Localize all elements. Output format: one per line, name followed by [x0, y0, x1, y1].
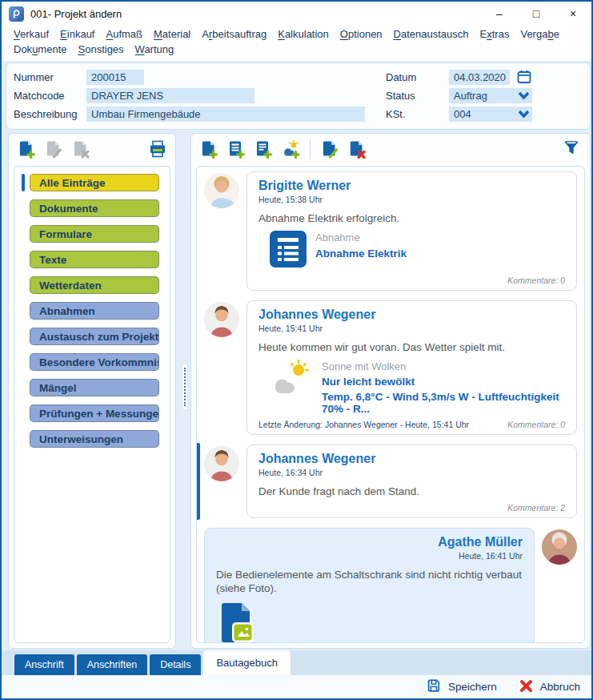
category-panel: Alle EinträgeDokumenteFormulareTexteWett… [8, 133, 176, 649]
sidebar-category-unterweisungen[interactable]: Unterweisungen [30, 430, 159, 448]
photo-attachment[interactable]: Schaltschrank [218, 601, 273, 643]
datum-field[interactable]: 04.03.2020 [449, 70, 510, 85]
menu-arbeitsauftrag[interactable]: Arbeitsauftrag [196, 26, 272, 42]
avatar [204, 446, 239, 481]
status-label: Status [386, 88, 415, 103]
tab-anschrift[interactable]: Anschrift [14, 654, 74, 675]
close-button[interactable]: × [555, 2, 591, 26]
tab-bautagebuch[interactable]: Bautagebuch [203, 650, 290, 675]
sidebar-category-alle-einträge[interactable]: Alle Einträge [30, 174, 159, 191]
tab-details[interactable]: Details [150, 654, 201, 675]
diary-entry-own[interactable]: Agathe Müller Heute, 16:41 Uhr Die Bedie… [204, 528, 577, 643]
app-logo-icon [9, 6, 24, 22]
chevron-down-icon[interactable] [518, 90, 530, 103]
edit-document-icon[interactable] [44, 139, 63, 159]
minimize-button[interactable]: – [481, 2, 518, 26]
menu-datenaustausch[interactable]: Datenaustausch [388, 26, 475, 42]
sun-cloud-icon [270, 360, 313, 401]
entry-author: Brigitte Werner [258, 179, 565, 193]
entry-text: Abnahme Elektrik erfolgreich. [258, 211, 565, 225]
add-weather-icon[interactable] [281, 139, 300, 159]
save-button[interactable]: Speichern [427, 678, 497, 695]
sidebar-category-texte[interactable]: Texte [30, 251, 159, 268]
toolbar-separator [310, 139, 311, 159]
beschreibung-label: Beschreibung [14, 107, 78, 122]
kst-select[interactable]: 004 [449, 107, 532, 122]
menu-wartung[interactable]: Wartung [130, 42, 180, 57]
comments-count[interactable]: Kommentare: 0 [507, 276, 565, 285]
category-list: Alle EinträgeDokumenteFormulareTexteWett… [14, 167, 170, 448]
add-entry-icon[interactable] [199, 139, 218, 159]
menu-material[interactable]: Material [148, 26, 196, 42]
add-text-icon[interactable] [254, 139, 273, 159]
matchcode-label: Matchcode [14, 88, 65, 103]
sidebar-category-mängel[interactable]: Mängel [30, 379, 159, 396]
weather-details[interactable]: Temp. 6,8°C - Wind 5,3m/s W - Luftfeucht… [322, 391, 565, 415]
entry-text: Die Bedienelemente am Schaltschrank sind… [216, 568, 523, 595]
menu-vergabe[interactable]: Vergabe [515, 26, 564, 42]
menu-dokumente[interactable]: Dokumente [8, 42, 73, 57]
entry-time: Heute, 16:41 Uhr [216, 551, 523, 561]
calendar-icon[interactable] [516, 69, 532, 85]
sidebar-category-abnahmen[interactable]: Abnahmen [30, 302, 159, 320]
attachment-title[interactable]: Abnahme Elektrik [315, 247, 407, 259]
selection-bar [196, 443, 200, 520]
form-attachment[interactable]: Abnahme Abnahme Elektrik [270, 231, 565, 271]
add-form-icon[interactable] [226, 139, 246, 159]
weather-attachment[interactable]: Sonne mit Wolken Nur leicht bewölkt Temp… [270, 360, 565, 415]
cancel-x-icon [519, 679, 533, 695]
menu-extras[interactable]: Extras [475, 26, 515, 42]
bottom-tabbar: Anschrift Anschriften Details Bautagebuc… [2, 650, 591, 675]
matchcode-field[interactable]: DRAYER JENS [86, 88, 254, 103]
attachment-type: Abnahme [315, 231, 407, 243]
diary-entry[interactable]: Brigitte Werner Heute, 15:38 Uhr Abnahme… [204, 171, 577, 291]
maximize-button[interactable]: □ [518, 2, 555, 26]
sidebar-category-dokumente[interactable]: Dokumente [30, 199, 159, 217]
chevron-down-icon[interactable] [518, 108, 530, 122]
menu-kalkulation[interactable]: Kalkulation [272, 26, 335, 42]
project-header-panel: Nummer 200015 Matchcode DRAYER JENS Besc… [6, 62, 591, 130]
panel-splitter[interactable] [182, 364, 188, 410]
entry-card[interactable]: Agathe Müller Heute, 16:41 Uhr Die Bedie… [204, 528, 535, 643]
cancel-button[interactable]: Abbruch [519, 679, 580, 695]
entry-text: Der Kunde fragt nach dem Stand. [258, 485, 565, 498]
entry-card[interactable]: Johannes Wegener Heute, 16:34 Uhr Der Ku… [246, 445, 577, 518]
window-title: 001- Projekt ändern [30, 8, 122, 20]
entry-time: Heute, 15:41 Uhr [258, 324, 565, 333]
titlebar: 001- Projekt ändern – □ × [2, 2, 591, 26]
filter-icon[interactable] [563, 139, 582, 159]
beschreibung-field[interactable]: Umbau Firmengebäude [86, 107, 365, 122]
diary-entry[interactable]: Johannes Wegener Heute, 15:41 Uhr Heute … [204, 300, 577, 435]
add-document-icon[interactable] [17, 139, 36, 159]
print-icon[interactable] [148, 139, 167, 159]
comments-count[interactable]: Kommentare: 2 [507, 503, 565, 513]
sidebar-category-besondere-vorkommnisse[interactable]: Besondere Vorkommnisse [30, 353, 159, 371]
weather-summary[interactable]: Nur leicht bewölkt [322, 376, 565, 388]
document-photo-icon [218, 601, 256, 643]
entry-time: Heute, 15:38 Uhr [258, 195, 565, 204]
sidebar-category-wetterdaten[interactable]: Wetterdaten [30, 276, 159, 294]
menu-aufmaß[interactable]: Aufmaß [100, 26, 148, 42]
tab-anschriften[interactable]: Anschriften [77, 654, 148, 675]
delete-document-icon[interactable] [71, 139, 90, 159]
diary-entry-selected[interactable]: Johannes Wegener Heute, 16:34 Uhr Der Ku… [204, 445, 577, 518]
entry-text: Heute kommen wir gut voran. Das Wetter s… [258, 340, 565, 354]
sidebar-category-prüfungen-messungen[interactable]: Prüfungen + Messungen [30, 404, 159, 422]
category-toolbar [9, 134, 175, 164]
status-select[interactable]: Auftrag [449, 88, 532, 103]
comments-count[interactable]: Kommentare: 0 [507, 420, 565, 429]
sidebar-category-formulare[interactable]: Formulare [30, 225, 159, 243]
menu-sonstiges[interactable]: Sonstiges [73, 42, 130, 57]
edit-entry-icon[interactable] [320, 139, 339, 159]
entry-card[interactable]: Brigitte Werner Heute, 15:38 Uhr Abnahme… [246, 171, 577, 291]
sidebar-category-austausch-zum-projekt[interactable]: Austausch zum Projekt [30, 328, 159, 345]
menu-optionen[interactable]: Optionen [335, 26, 388, 42]
entry-card[interactable]: Johannes Wegener Heute, 15:41 Uhr Heute … [246, 300, 577, 435]
menu-einkauf[interactable]: Einkauf [54, 26, 100, 42]
save-label: Speichern [448, 681, 497, 693]
delete-entry-icon[interactable] [347, 139, 367, 159]
menu-verkauf[interactable]: Verkauf [8, 26, 54, 42]
diary-toolbar [191, 134, 590, 164]
nummer-field[interactable]: 200015 [86, 70, 144, 85]
menu-row-1: VerkaufEinkaufAufmaßMaterialArbeitsauftr… [2, 26, 591, 42]
